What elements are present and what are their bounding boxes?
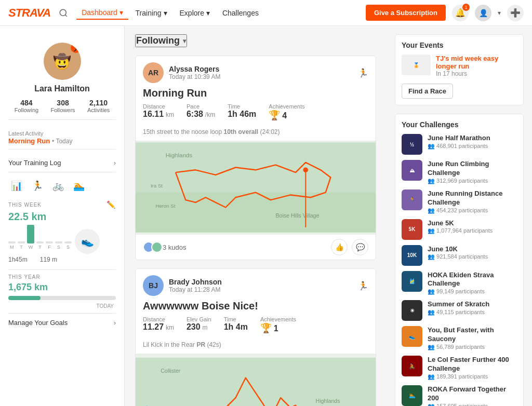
challenge-item[interactable]: 🏊ROKA Forward Together 200👥 157,605 part… <box>402 385 517 406</box>
comment-button[interactable]: 💬 <box>352 239 368 255</box>
challenge-name: June 10K <box>428 245 488 254</box>
year-progress-bar <box>8 296 116 300</box>
user-avatar[interactable]: AR <box>143 62 164 83</box>
challenge-info: June Running Distance Challenge👥 454,232… <box>428 190 517 214</box>
svg-point-0 <box>60 9 66 16</box>
activity-title[interactable]: Morning Run <box>136 87 376 103</box>
this-week-section: THIS WEEK ✏️ 22.5 km MTWTFSS 👟 1h45m 119… <box>8 196 116 267</box>
followers-stat[interactable]: 308 Followers <box>50 99 75 113</box>
notifications-icon[interactable]: 🔔 1 <box>452 5 469 21</box>
challenge-participants: 👥 468,901 participants <box>428 143 490 150</box>
find-race-button[interactable]: Find a Race <box>402 84 453 99</box>
add-button[interactable]: ➕ <box>507 5 524 21</box>
challenge-name: You, But Faster, with Saucony <box>428 326 517 344</box>
user-menu-chevron[interactable]: ▾ <box>498 9 501 17</box>
right-sidebar: Your Events 🏅 TJ's mid week easy longer … <box>387 26 532 406</box>
svg-rect-3 <box>136 193 376 233</box>
edit-icon[interactable]: ✏️ <box>107 200 116 209</box>
shoe-icon[interactable]: 👟 <box>75 229 100 254</box>
latest-activity-name[interactable]: Morning Run <box>8 137 50 145</box>
following-stat[interactable]: 484 Following <box>15 99 38 113</box>
challenge-participants: 👥 921,584 participants <box>428 253 488 260</box>
week-stats: 1h45m 119 m <box>8 256 116 263</box>
challenge-badge: 👟 <box>402 326 422 347</box>
challenge-item[interactable]: 10KJune 10K👥 921,584 participants <box>402 245 517 266</box>
activity-description: Lil Kick in the Rear PR (42s) <box>136 339 376 354</box>
chart-icon[interactable]: 📊 <box>8 178 25 194</box>
card-username[interactable]: Brady Johnson <box>169 278 222 286</box>
activity-type-icons: 📊 🏃 🚲 🏊 <box>8 172 116 196</box>
activity-card: AR Alyssa Rogers Today at 10:39 AM 🏃 Mor… <box>135 56 376 260</box>
challenge-item[interactable]: 🚴Le Col Faster Further 400 Challenge👥 18… <box>402 356 517 380</box>
bar <box>27 225 34 243</box>
avatar[interactable]: 🤠 › <box>44 43 81 80</box>
nav-dashboard[interactable]: Dashboard ▾ <box>76 6 128 20</box>
challenge-info: June 5K👥 1,077,964 participants <box>428 219 493 235</box>
svg-line-1 <box>65 15 67 16</box>
followers-value: 308 <box>50 99 75 107</box>
challenge-name: HOKA Ekiden Strava Challenge <box>428 271 517 289</box>
user-avatar[interactable]: 👤 <box>475 5 491 21</box>
challenge-participants: 👥 312,969 participants <box>428 178 517 184</box>
manage-goals-chevron: › <box>114 319 116 327</box>
activity-type-icon: 🏃 <box>358 281 368 291</box>
nav-challenges[interactable]: Challenges <box>217 7 264 19</box>
challenge-name: June Half Marathon <box>428 134 490 143</box>
activity-map[interactable]: Collister Highlands Boise Hills Village … <box>136 354 376 406</box>
activities-stat[interactable]: 2,110 Activities <box>87 99 110 113</box>
kudos-count[interactable]: 3 kudos <box>163 243 187 251</box>
main-layout: 🤠 › Lara Hamilton 484 Following 308 Foll… <box>0 26 532 406</box>
activity-card: BJ Brady Johnson Today at 11:28 AM 🏃 Aww… <box>135 268 376 406</box>
challenge-participants: 👥 157,605 participants <box>428 403 517 406</box>
this-year-label: THIS YEAR <box>8 274 116 280</box>
challenge-name: June Run Climbing Challenge <box>428 160 517 178</box>
activity-map[interactable]: Highlands Ira St Heron St Boise Hills Vi… <box>136 141 376 234</box>
challenge-item[interactable]: 🏃June Running Distance Challenge👥 454,23… <box>402 190 517 214</box>
challenge-item[interactable]: 🎽HOKA Ekiden Strava Challenge👥 99,149 pa… <box>402 271 517 295</box>
nav-training[interactable]: Training ▾ <box>130 7 172 19</box>
header-right: Give a Subscription 🔔 1 👤 ▾ ➕ <box>366 5 524 21</box>
bar-day: T <box>36 241 44 250</box>
challenge-item[interactable]: ☀Summer of Skratch👥 49,115 participants <box>402 300 517 321</box>
run-icon[interactable]: 🏃 <box>29 178 46 194</box>
svg-text:Boise Hills Village: Boise Hills Village <box>276 212 320 219</box>
latest-activity-section: Latest Activity Morning Run • Today <box>8 126 116 150</box>
week-elevation: 119 m <box>40 256 57 263</box>
trophy-icon: 🏆 <box>269 110 280 120</box>
card-metrics: Distance 11.27 km Elev Gain 230 m Time 1… <box>136 316 376 339</box>
strava-logo[interactable]: STRAVA <box>8 6 50 20</box>
card-username[interactable]: Alyssa Rogers <box>169 65 220 73</box>
challenges-section: Your Challenges ½June Half Marathon👥 468… <box>395 114 524 406</box>
nav-explore[interactable]: Explore ▾ <box>175 7 215 19</box>
challenge-item[interactable]: ⛰June Run Climbing Challenge👥 312,969 pa… <box>402 160 517 184</box>
this-year-distance: 1,675 km <box>8 282 116 293</box>
day-label: S <box>66 245 70 250</box>
latest-activity-when: Today <box>56 138 72 145</box>
metric-distance: Distance 11.27 km <box>143 316 174 334</box>
bar-day: F <box>46 241 53 250</box>
search-icon[interactable] <box>59 8 68 18</box>
challenges-list: ½June Half Marathon👥 468,901 participant… <box>402 134 517 406</box>
this-year-section: THIS YEAR 1,675 km TODAY <box>8 269 116 313</box>
challenge-item[interactable]: 5KJune 5K👥 1,077,964 participants <box>402 219 517 240</box>
strava-badge: › <box>71 43 81 53</box>
challenge-item[interactable]: ½June Half Marathon👥 468,901 participant… <box>402 134 517 155</box>
manage-goals-link[interactable]: Manage Your Goals › <box>8 313 116 332</box>
metric-pace: Pace 6:38 /km <box>187 103 215 121</box>
bar-day: S <box>64 241 72 250</box>
user-avatar[interactable]: BJ <box>143 275 164 296</box>
thumbs-up-button[interactable]: 👍 <box>331 239 348 255</box>
bar <box>46 241 53 243</box>
event-title[interactable]: TJ's mid week easy longer run <box>436 55 517 70</box>
training-log-link[interactable]: Your Training Log › <box>8 154 116 172</box>
swim-icon[interactable]: 🏊 <box>71 178 87 194</box>
feed-filter-button[interactable]: Following ▾ <box>135 34 187 47</box>
challenge-info: ROKA Forward Together 200👥 157,605 parti… <box>428 385 517 406</box>
bike-icon[interactable]: 🚲 <box>50 178 66 194</box>
subscribe-button[interactable]: Give a Subscription <box>366 5 446 21</box>
events-title: Your Events <box>402 41 517 49</box>
feed-filter-chevron: ▾ <box>183 37 186 45</box>
profile-name: Lara Hamilton <box>8 84 116 93</box>
challenge-item[interactable]: 👟You, But Faster, with Saucony👥 56,789 p… <box>402 326 517 350</box>
activity-title[interactable]: Awwwwww Boise Nice! <box>136 300 376 316</box>
